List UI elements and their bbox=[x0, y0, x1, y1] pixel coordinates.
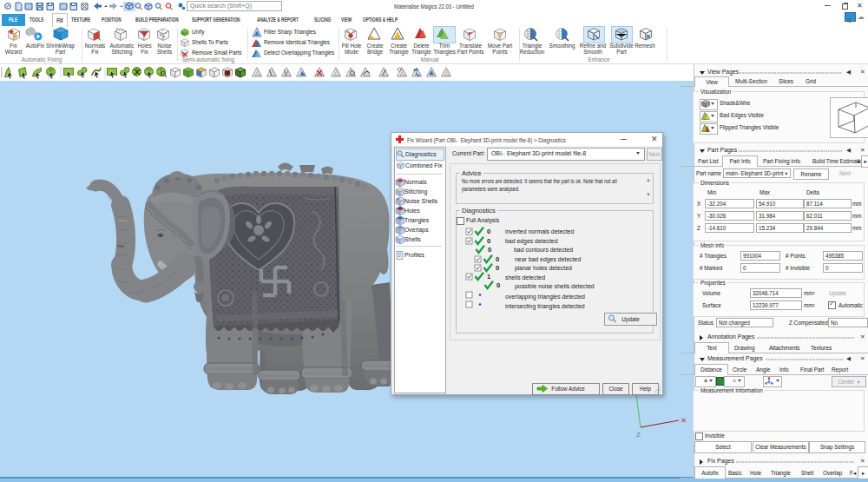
svg-text:0: 0 bbox=[487, 228, 490, 235]
svg-text:0: 0 bbox=[488, 246, 491, 254]
svg-text:0: 0 bbox=[496, 264, 499, 272]
svg-text:0: 0 bbox=[496, 281, 500, 289]
svg-text:1: 1 bbox=[487, 273, 490, 281]
svg-text:0: 0 bbox=[496, 255, 499, 263]
svg-text:0: 0 bbox=[487, 237, 490, 245]
svg-text:Z: Z bbox=[636, 431, 641, 439]
